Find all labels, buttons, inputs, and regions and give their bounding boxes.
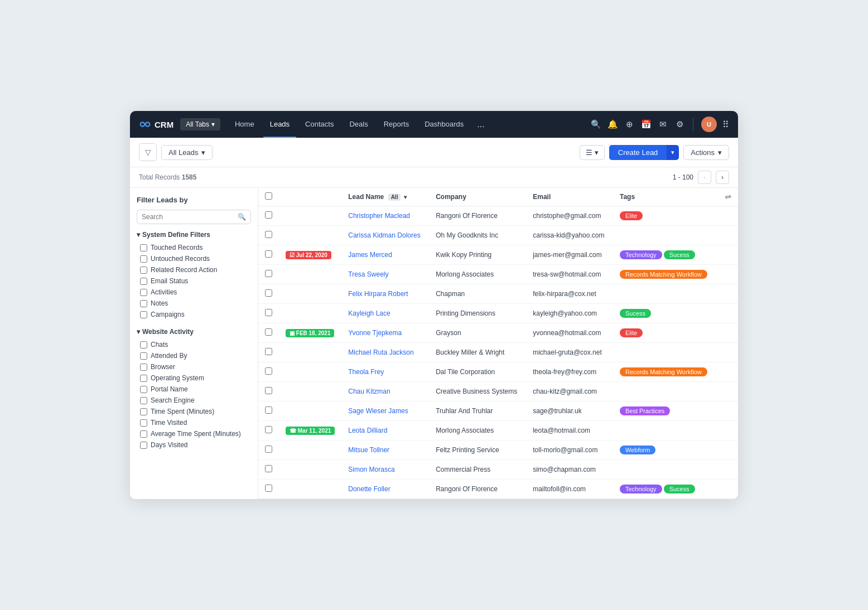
nav-dashboards[interactable]: Dashboards	[418, 111, 470, 138]
calendar-icon[interactable]: 📅	[640, 119, 652, 129]
nav-reports[interactable]: Reports	[377, 111, 416, 138]
nav-deals[interactable]: Deals	[343, 111, 374, 138]
create-lead-dropdown-button[interactable]: ▾	[667, 145, 679, 160]
chats-checkbox[interactable]	[140, 341, 147, 348]
touched-records-checkbox[interactable]	[140, 244, 147, 251]
row-checkbox[interactable]	[265, 289, 272, 297]
header-company-col[interactable]: Company	[429, 188, 526, 206]
lead-name-link[interactable]: Carissa Kidman Dolores	[348, 231, 420, 239]
lead-name-link[interactable]: Kayleigh Lace	[348, 309, 390, 317]
tag-badge[interactable]: Elite	[620, 211, 643, 220]
system-filters-title[interactable]: ▾ System Define Filters	[137, 231, 251, 239]
lead-name-link[interactable]: Chau Kitzman	[348, 388, 390, 395]
filter-untouched-records[interactable]: Untouched Records	[140, 253, 251, 264]
operating-system-checkbox[interactable]	[140, 375, 147, 382]
row-checkbox[interactable]	[265, 465, 272, 472]
filter-related-record[interactable]: Related Record Action	[140, 264, 251, 275]
activity-badge[interactable]: ☑ Jul 22, 2020	[286, 251, 331, 259]
row-checkbox[interactable]	[265, 406, 272, 414]
search-engine-checkbox[interactable]	[140, 397, 147, 404]
lead-name-link[interactable]: Theola Frey	[348, 368, 384, 376]
nav-more[interactable]: ...	[472, 119, 489, 129]
grid-icon[interactable]: ⠿	[722, 119, 729, 130]
lead-name-link[interactable]: Sage Wieser James	[348, 407, 408, 415]
row-checkbox[interactable]	[265, 328, 272, 336]
all-leads-button[interactable]: All Leads ▾	[161, 145, 213, 160]
filter-notes[interactable]: Notes	[140, 298, 251, 309]
filter-search-engine[interactable]: Search Engine	[140, 395, 251, 406]
filter-operating-system[interactable]: Operating System	[140, 372, 251, 384]
tag-badge[interactable]: Sucess	[664, 485, 695, 493]
lead-name-link[interactable]: Christopher Maclead	[348, 212, 410, 220]
row-checkbox[interactable]	[265, 211, 272, 219]
filter-activities[interactable]: Activities	[140, 287, 251, 298]
row-checkbox[interactable]	[265, 270, 272, 277]
avg-time-spent-checkbox[interactable]	[140, 430, 147, 438]
header-tags-col[interactable]: Tags	[613, 188, 718, 206]
filter-time-spent[interactable]: Time Spent (Minutes)	[140, 406, 251, 417]
lead-name-link[interactable]: Michael Ruta Jackson	[348, 348, 413, 356]
user-avatar[interactable]: U	[701, 117, 717, 132]
tag-badge[interactable]: Technology	[620, 485, 662, 493]
filter-portal-name[interactable]: Portal Name	[140, 384, 251, 395]
nav-contacts[interactable]: Contacts	[298, 111, 340, 138]
next-page-button[interactable]: ›	[716, 171, 729, 184]
row-checkbox[interactable]	[265, 231, 272, 238]
nav-home[interactable]: Home	[228, 111, 261, 138]
email-status-checkbox[interactable]	[140, 278, 147, 285]
row-checkbox[interactable]	[265, 367, 272, 375]
row-checkbox[interactable]	[265, 387, 272, 394]
row-checkbox[interactable]	[265, 348, 272, 355]
all-tabs-button[interactable]: All Tabs ▾	[180, 118, 220, 130]
notes-checkbox[interactable]	[140, 300, 147, 307]
activity-badge[interactable]: ☎ Mar 11, 2021	[286, 427, 335, 435]
time-visited-checkbox[interactable]	[140, 419, 147, 427]
filter-campaigns[interactable]: Campaigns	[140, 309, 251, 320]
tag-badge[interactable]: Records Matching Workflow	[620, 270, 707, 279]
days-visited-checkbox[interactable]	[140, 442, 147, 449]
lead-name-link[interactable]: Simon Morasca	[348, 466, 394, 473]
tag-badge[interactable]: Sucess	[620, 309, 651, 318]
lead-name-link[interactable]: Leota Dilliard	[348, 427, 387, 434]
browser-checkbox[interactable]	[140, 364, 147, 371]
untouched-records-checkbox[interactable]	[140, 255, 147, 263]
tag-badge[interactable]: Records Matching Workflow	[620, 367, 707, 376]
tag-badge[interactable]: Webform	[620, 446, 655, 454]
select-all-checkbox[interactable]	[265, 192, 272, 200]
lead-name-link[interactable]: James Merced	[348, 251, 392, 259]
header-email-col[interactable]: Email	[526, 188, 613, 206]
filter-search-input[interactable]	[142, 213, 234, 221]
portal-name-checkbox[interactable]	[140, 386, 147, 393]
prev-page-button[interactable]: ‹	[698, 171, 711, 184]
activities-checkbox[interactable]	[140, 289, 147, 296]
bell-icon[interactable]: 🔔	[607, 119, 618, 129]
filter-touched-records[interactable]: Touched Records	[140, 242, 251, 253]
create-lead-button[interactable]: Create Lead	[609, 145, 667, 160]
row-checkbox[interactable]	[265, 426, 272, 433]
lead-name-link[interactable]: Yvonne Tjepkema	[348, 329, 402, 337]
filter-attended-by[interactable]: Attended By	[140, 350, 251, 361]
tag-badge[interactable]: Best Practices	[620, 406, 670, 415]
nav-leads[interactable]: Leads	[263, 111, 296, 138]
header-settings-col[interactable]: ⇌	[718, 188, 738, 206]
plus-circle-icon[interactable]: ⊕	[624, 119, 635, 129]
list-view-button[interactable]: ☰ ▾	[580, 145, 605, 160]
lead-name-link[interactable]: Tresa Sweely	[348, 270, 388, 278]
settings-icon[interactable]: ⚙	[674, 119, 685, 129]
header-lead-name-col[interactable]: Lead Name All ▾	[341, 188, 429, 206]
tag-badge[interactable]: Sucess	[664, 250, 695, 259]
row-checkbox[interactable]	[265, 485, 272, 492]
row-checkbox[interactable]	[265, 309, 272, 316]
columns-settings-icon[interactable]: ⇌	[725, 192, 731, 201]
lead-name-link[interactable]: Felix Hirpara Robert	[348, 290, 408, 298]
filter-button[interactable]: ▽	[139, 143, 157, 161]
campaigns-checkbox[interactable]	[140, 311, 147, 318]
activity-badge[interactable]: ▣ FEB 18, 2021	[286, 329, 334, 337]
row-checkbox[interactable]	[265, 250, 272, 258]
filter-browser[interactable]: Browser	[140, 361, 251, 372]
mail-icon[interactable]: ✉	[657, 119, 668, 129]
lead-name-link[interactable]: Donette Foller	[348, 485, 390, 493]
time-spent-checkbox[interactable]	[140, 408, 147, 415]
actions-button[interactable]: Actions ▾	[683, 145, 729, 160]
website-activity-title[interactable]: ▾ Website Activity	[137, 328, 251, 336]
